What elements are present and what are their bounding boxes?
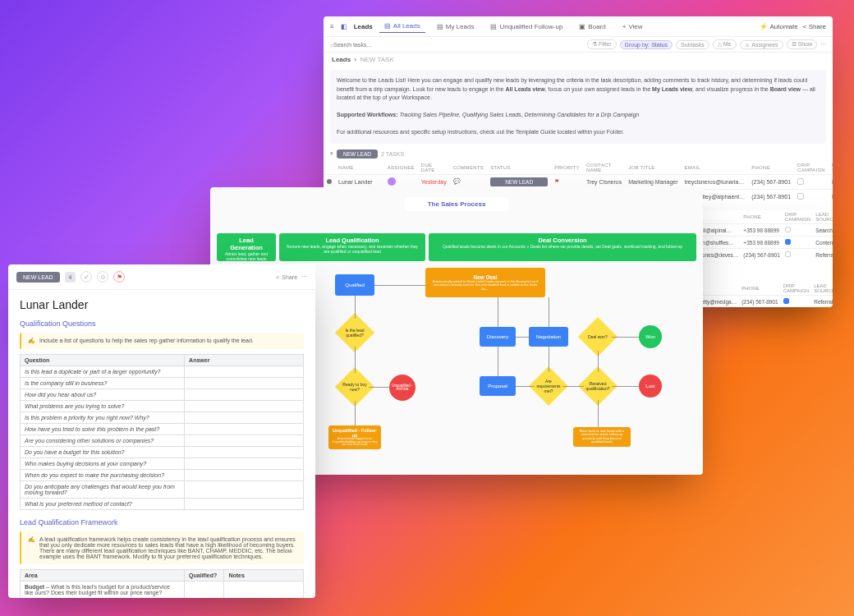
list-title: Leads — [354, 23, 373, 30]
assignees-button[interactable]: ☺ Assignees — [740, 40, 783, 49]
tab-my-leads[interactable]: ▤My Leads — [432, 21, 480, 33]
table-row[interactable]: How have you tried to solve this problem… — [21, 424, 304, 435]
node-qualified[interactable]: Qualified — [335, 274, 374, 296]
table-row[interactable]: What problems are you trying to solve? — [21, 401, 304, 412]
share-button[interactable]: < Share — [803, 23, 826, 30]
group-header[interactable]: ▾NEW LEAD2 TASKS — [324, 147, 833, 161]
tab-board[interactable]: ▣Board — [574, 21, 610, 33]
automate-button[interactable]: ⚡Automate — [760, 23, 797, 30]
section-framework: Lead Qualification Framework — [20, 518, 304, 526]
me-button[interactable]: △ Me — [713, 39, 737, 49]
search-row: ⌕ ⚗Filter Group by: Status Subtasks △ Me… — [324, 37, 833, 53]
table-row[interactable]: Do you anticipate any challenges that wo… — [21, 481, 304, 499]
doc-toolbar: NEW LEAD 4 ✓ ☺ ⚑ < Share ⋯ — [8, 264, 315, 290]
board-icon: ▣ — [579, 23, 585, 30]
list-icon: ◧ — [341, 23, 347, 30]
stage-header: Lead GenerationAttract lead, gather and … — [217, 233, 276, 261]
node-discovery[interactable]: Discovery — [480, 327, 516, 347]
more-icon[interactable]: ⋯ — [820, 41, 826, 48]
doc-panel: NEW LEAD 4 ✓ ☺ ⚑ < Share ⋯ Lunar Lander … — [8, 264, 315, 598]
node-unq-archive[interactable]: Unqualified - Archive — [389, 375, 416, 401]
show-button[interactable]: ☰ Show — [787, 39, 817, 49]
subtasks-button[interactable]: Subtasks — [676, 40, 709, 49]
node-followup-note[interactable]: Move back to new leads with a comment to… — [573, 427, 631, 447]
check-icon[interactable]: ✓ — [80, 271, 92, 283]
table-row[interactable]: Budget – What is this lead's budget for … — [21, 582, 304, 599]
node-negotiation[interactable]: Negotiation — [529, 327, 568, 347]
list-icon: ▤ — [490, 23, 497, 30]
flowchart-title: The Sales Process — [405, 197, 509, 211]
tab-all-leads[interactable]: ▤All Leads — [379, 20, 425, 33]
node-new-deal[interactable]: New Deal Automatically added to Deals Li… — [425, 268, 545, 297]
assignee-icon[interactable]: ☺ — [97, 271, 108, 283]
callout-questions: Include a list of questions to help the … — [20, 333, 304, 349]
table-row[interactable]: Do you have a budget for this solution? — [21, 447, 304, 458]
node-proposal[interactable]: Proposal — [480, 376, 516, 396]
intro-banner: Welcome to the Leads List! Here you can … — [330, 70, 826, 144]
stage-header: Lead QualificationNurture new leads, eng… — [279, 233, 425, 261]
node-lost[interactable]: Lost — [639, 375, 662, 398]
filter-button[interactable]: ⚗Filter — [587, 39, 617, 49]
list-icon: ▤ — [437, 23, 443, 30]
status-tag[interactable]: NEW LEAD — [16, 272, 60, 283]
node-won[interactable]: Won — [639, 325, 662, 348]
table-row[interactable]: Who makes buying decisions at your compa… — [21, 458, 304, 470]
table-row[interactable]: How did you hear about us? — [21, 389, 304, 401]
stage-header: Deal ConversionQualified leads become de… — [429, 233, 696, 261]
groupby-button[interactable]: Group by: Status — [620, 40, 673, 49]
table-row[interactable]: What is your preferred method of contact… — [21, 499, 304, 510]
node-unq-follow[interactable]: Unqualified - Follow-up Automatically ta… — [328, 425, 381, 449]
table-row[interactable]: When do you expect to make the purchasin… — [21, 470, 304, 481]
search-input[interactable] — [333, 42, 399, 48]
list-icon: ▤ — [384, 22, 391, 30]
tab-unqualified[interactable]: ▤Unqualified Follow-up — [485, 21, 567, 33]
status-count[interactable]: 4 — [65, 272, 76, 283]
callout-framework: A lead qualification framework helps cre… — [20, 531, 304, 564]
view-tabs-bar: ≡ ◧ Leads ▤All Leads ▤My Leads ▤Unqualif… — [324, 16, 833, 37]
table-row[interactable]: Is this problem a priority for you right… — [21, 412, 304, 424]
menu-icon[interactable]: ≡ — [330, 23, 334, 30]
table-row[interactable]: Are you considering other solutions or c… — [21, 435, 304, 447]
flag-icon[interactable]: ⚑ — [113, 271, 125, 283]
section-qualification-questions: Qualification Questions — [20, 319, 304, 328]
table-row[interactable]: Is this lead a duplicate or part of a la… — [21, 366, 304, 378]
doc-title: Lunar Lander — [20, 298, 304, 311]
breadcrumb: Leads › NEW TASK — [324, 53, 833, 67]
share-button[interactable]: < Share ⋯ — [276, 274, 307, 280]
framework-table: AreaQualified?NotesBudget – What is this… — [20, 569, 304, 598]
table-row[interactable]: Is the company still in business? — [21, 378, 304, 389]
questions-table: QuestionAnswerIs this lead a duplicate o… — [20, 354, 304, 510]
tab-add-view[interactable]: + View — [618, 21, 648, 33]
